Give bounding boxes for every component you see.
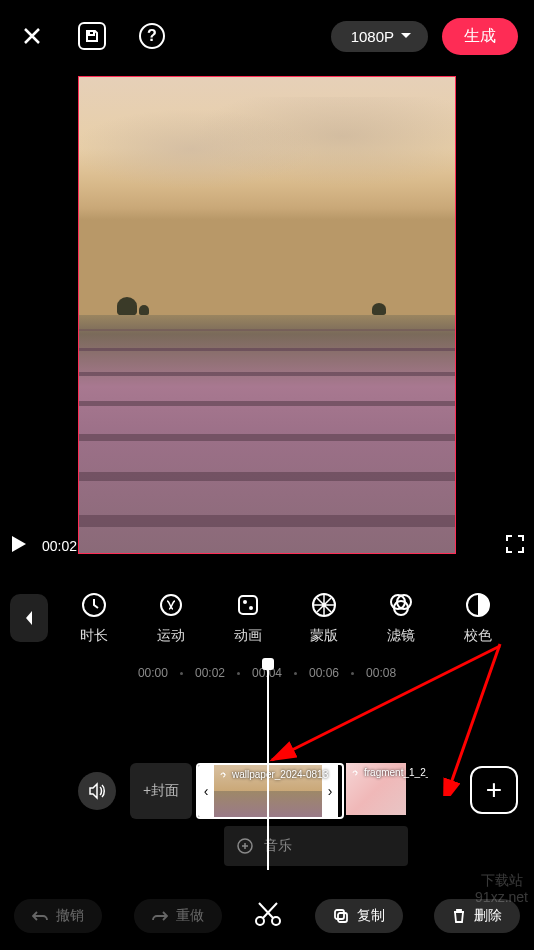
duration-icon <box>80 591 108 619</box>
svg-rect-14 <box>338 913 347 922</box>
svg-rect-2 <box>239 596 257 614</box>
svg-point-1 <box>161 595 181 615</box>
toolbar-back-button[interactable] <box>10 594 48 642</box>
animation-icon <box>234 591 262 619</box>
help-button[interactable]: ? <box>136 20 168 52</box>
svg-point-11 <box>256 917 264 925</box>
tool-animation-label: 动画 <box>234 627 262 645</box>
help-icon: ? <box>139 23 165 49</box>
delete-label: 删除 <box>474 907 502 925</box>
redo-icon <box>152 910 168 922</box>
undo-label: 撤销 <box>56 907 84 925</box>
copy-label: 复制 <box>357 907 385 925</box>
tool-color[interactable]: 校色 <box>444 591 512 645</box>
tool-mask-label: 蒙版 <box>310 627 338 645</box>
ruler-tick: 00:08 <box>360 666 402 680</box>
resolution-dropdown[interactable]: 1080P <box>331 21 428 52</box>
preview-image-sky <box>79 77 455 315</box>
svg-point-3 <box>243 600 247 604</box>
tool-filter[interactable]: 滤镜 <box>367 591 435 645</box>
add-cover-button[interactable]: +封面 <box>130 763 192 819</box>
toolbar-tools: 时长 运动 动画 蒙版 滤镜 校色 <box>56 591 516 645</box>
clips-track: ‹ › wallpaper_2024-0813 fragment_1_2_172… <box>196 763 428 819</box>
clip-1-label: wallpaper_2024-0813 <box>218 769 328 780</box>
fullscreen-button[interactable] <box>504 533 526 559</box>
expand-icon <box>504 533 526 555</box>
playhead[interactable] <box>267 662 269 870</box>
play-icon <box>8 534 28 554</box>
preview-area: 00:02 <box>0 72 534 560</box>
chevron-down-icon <box>400 32 412 40</box>
clip-1[interactable]: ‹ › wallpaper_2024-0813 <box>196 763 344 819</box>
add-clip-button[interactable]: + <box>470 766 518 814</box>
current-time: 00:02 <box>42 538 77 554</box>
speaker-icon <box>87 781 107 801</box>
close-icon <box>20 24 44 48</box>
tool-duration[interactable]: 时长 <box>60 591 128 645</box>
ruler-tick: 00:06 <box>303 666 345 680</box>
clip-2[interactable]: fragment_1_2_17229 <box>346 763 428 819</box>
undo-button[interactable]: 撤销 <box>14 899 102 933</box>
filter-icon <box>387 591 415 619</box>
copy-icon <box>333 908 349 924</box>
save-icon <box>78 22 106 50</box>
tool-mask[interactable]: 蒙版 <box>290 591 358 645</box>
redo-label: 重做 <box>176 907 204 925</box>
clip-2-label: fragment_1_2_17229 <box>350 767 428 778</box>
copy-button[interactable]: 复制 <box>315 899 403 933</box>
ruler-tick: 00:00 <box>132 666 174 680</box>
scissors-icon <box>253 899 283 929</box>
edit-toolbar: 时长 运动 动画 蒙版 滤镜 校色 <box>0 584 534 652</box>
plus-icon: + <box>486 774 502 806</box>
tool-animation[interactable]: 动画 <box>214 591 282 645</box>
svg-rect-13 <box>335 910 344 919</box>
tool-duration-label: 时长 <box>80 627 108 645</box>
tool-color-label: 校色 <box>464 627 492 645</box>
preview-image-field <box>79 315 455 553</box>
tool-motion[interactable]: 运动 <box>137 591 205 645</box>
link-icon <box>218 770 228 780</box>
redo-button[interactable]: 重做 <box>134 899 222 933</box>
header-right: 1080P 生成 <box>331 18 518 55</box>
undo-icon <box>32 910 48 922</box>
play-bar: 00:02 <box>0 526 534 566</box>
header-bar: ? 1080P 生成 <box>0 0 534 72</box>
motion-icon <box>157 591 185 619</box>
close-button[interactable] <box>16 20 48 52</box>
svg-point-12 <box>272 917 280 925</box>
play-button[interactable] <box>8 534 28 558</box>
music-add-icon <box>236 837 254 855</box>
cut-button[interactable] <box>253 899 283 933</box>
ruler-tick: 00:02 <box>189 666 231 680</box>
generate-button[interactable]: 生成 <box>442 18 518 55</box>
mute-button[interactable] <box>78 772 116 810</box>
bottom-bar: 撤销 重做 复制 删除 <box>0 882 534 950</box>
generate-label: 生成 <box>464 27 496 44</box>
resolution-label: 1080P <box>351 28 394 45</box>
tool-motion-label: 运动 <box>157 627 185 645</box>
preview-frame[interactable] <box>78 76 456 554</box>
save-button[interactable] <box>76 20 108 52</box>
watermark: 下载站 91xz.net <box>475 872 528 906</box>
tool-filter-label: 滤镜 <box>387 627 415 645</box>
header-left: ? <box>16 20 168 52</box>
color-icon <box>464 591 492 619</box>
add-music-button[interactable]: 音乐 <box>224 826 408 866</box>
chevron-left-icon <box>24 610 34 626</box>
clip-handle-left[interactable]: ‹ <box>198 765 214 817</box>
timeline-area[interactable]: +封面 ‹ › wallpaper_2024-0813 fragment_1_2… <box>0 684 534 870</box>
svg-point-4 <box>249 606 253 610</box>
trash-icon <box>452 908 466 924</box>
link-icon <box>350 768 360 778</box>
mask-icon <box>310 591 338 619</box>
add-cover-label: +封面 <box>143 782 179 800</box>
